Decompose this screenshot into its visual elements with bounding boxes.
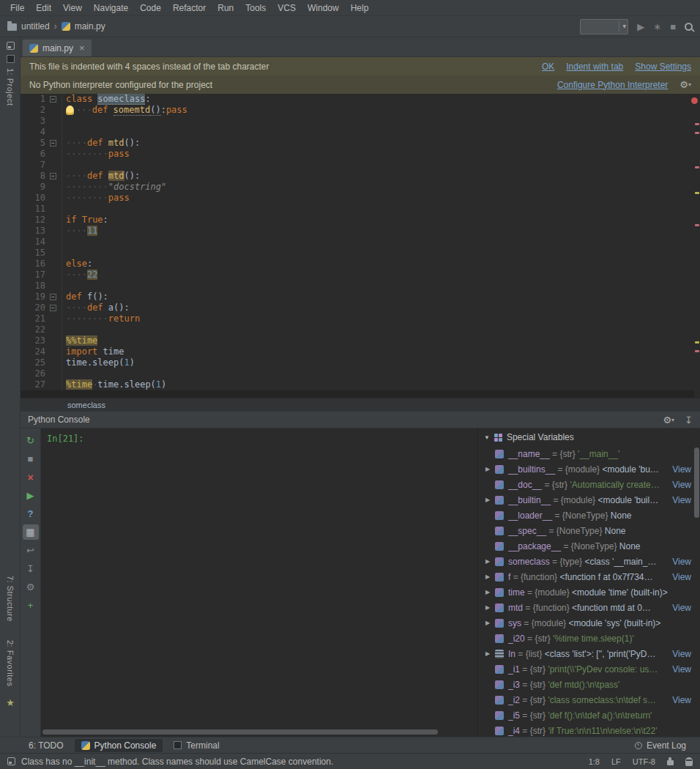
fold-marker-icon[interactable]: − — [50, 305, 56, 311]
menu-file[interactable]: File — [4, 1, 30, 15]
line-ending[interactable]: LF — [611, 757, 621, 766]
help-icon[interactable]: ? — [23, 506, 39, 521]
rerun-icon[interactable]: ↻ — [23, 433, 39, 448]
search-icon[interactable] — [685, 23, 693, 31]
code-line-27[interactable]: 27%time·time.sleep(1) — [21, 379, 700, 390]
variable-row-__package__[interactable]: __package__ = {NoneType} None — [478, 538, 700, 554]
variable-row-_i4[interactable]: _i4 = {str} 'if True:\n\n11\n\nelse:\n\t… — [478, 723, 700, 737]
tab-main-py[interactable]: main.py × — [23, 40, 92, 56]
error-stripe-mark[interactable] — [695, 350, 699, 352]
menu-run[interactable]: Run — [212, 1, 239, 15]
expand-icon[interactable]: ▶ — [485, 573, 495, 580]
sidebar-item-favorites[interactable]: 2: Favorites ★ — [0, 640, 21, 708]
variable-row-sys[interactable]: ▶sys = {module} <module 'sys' (built-in)… — [478, 615, 700, 631]
console-output[interactable]: In[21]: — [41, 428, 477, 737]
menu-help[interactable]: Help — [345, 1, 375, 15]
stop-icon[interactable]: ■ — [23, 451, 39, 467]
configure-interpreter-link[interactable]: Configure Python Interpreter — [557, 80, 668, 90]
python-console-button[interactable]: Python Console — [75, 739, 163, 752]
code-line-18[interactable]: 18 — [21, 281, 700, 291]
variable-row-In[interactable]: ▶In = {list} <class 'list'>: ['', 'print… — [478, 646, 700, 661]
fold-marker-icon[interactable]: − — [50, 173, 56, 179]
variable-row-time[interactable]: ▶time = {module} <module 'time' (built-i… — [478, 584, 700, 600]
code-line-15[interactable]: 15 — [21, 248, 700, 259]
todo-button[interactable]: 6: TODO — [22, 739, 70, 752]
code-line-12[interactable]: 12if True: — [21, 215, 700, 226]
scroll-to-end-icon[interactable]: ↧ — [23, 561, 39, 576]
breadcrumb-file[interactable]: main.py — [75, 21, 105, 31]
code-line-9[interactable]: 9········"docstring" — [21, 182, 700, 193]
coverage-button[interactable]: ∗ — [653, 21, 661, 32]
editor-hscrollbar[interactable] — [21, 390, 694, 398]
view-link[interactable]: View — [668, 664, 700, 675]
breadcrumb-someclass[interactable]: someclass — [67, 401, 105, 409]
variable-row-_i5[interactable]: _i5 = {str} 'def f():\n\tdef a():\n\tret… — [478, 707, 700, 723]
variable-row-mtd[interactable]: ▶mtd = {function} <function mtd at 0…Vie… — [478, 600, 700, 615]
caret-position[interactable]: 1:8 — [589, 757, 600, 766]
view-link[interactable]: View — [668, 557, 700, 567]
breadcrumb-project[interactable]: untitled — [21, 21, 50, 31]
indent-with-tab-link[interactable]: Indent with tab — [566, 62, 623, 72]
view-link[interactable]: View — [668, 603, 700, 613]
code-editor[interactable]: 1−class someclass:2···def somemtd():pass… — [21, 94, 700, 398]
variable-row-__loader__[interactable]: __loader__ = {NoneType} None — [478, 508, 700, 523]
gear-icon[interactable]: ⚙▾ — [679, 79, 691, 90]
intention-bulb-icon[interactable] — [66, 105, 74, 115]
code-line-8[interactable]: 8−····def mtd(): — [21, 171, 700, 182]
settings-icon[interactable]: ⚙ — [23, 579, 39, 595]
code-line-7[interactable]: 7 — [21, 160, 700, 171]
code-line-16[interactable]: 16else: — [21, 259, 700, 270]
soft-wrap-icon[interactable]: ↩ — [23, 543, 39, 558]
fold-marker-icon[interactable]: − — [50, 140, 56, 146]
variable-row-_i3[interactable]: _i3 = {str} 'def mtd():\n\tpass' — [478, 677, 700, 692]
variable-row-__spec__[interactable]: __spec__ = {NoneType} None — [478, 523, 700, 538]
fold-marker-icon[interactable]: − — [50, 96, 56, 103]
sidebar-item-structure[interactable]: 7: Structure — [0, 576, 21, 622]
code-line-20[interactable]: 20−····def a(): — [21, 302, 700, 313]
code-line-21[interactable]: 21········return — [21, 313, 700, 324]
hide-icon[interactable]: ↧ — [685, 415, 693, 426]
error-stripe-mark[interactable] — [695, 166, 699, 168]
execute-icon[interactable]: ▶ — [23, 488, 39, 503]
collapse-icon[interactable]: ▼ — [484, 434, 490, 441]
code-line-26[interactable]: 26 — [21, 368, 700, 379]
hector-icon[interactable] — [685, 757, 693, 766]
fold-marker-icon[interactable]: − — [50, 294, 56, 300]
menu-edit[interactable]: Edit — [30, 1, 57, 15]
terminal-button[interactable]: Terminal — [167, 739, 226, 752]
code-line-11[interactable]: 11 — [21, 204, 700, 215]
variable-row-_i20[interactable]: _i20 = {str} '%time time.sleep(1)' — [478, 631, 700, 646]
code-line-4[interactable]: 4 — [21, 127, 700, 138]
menu-navigate[interactable]: Navigate — [88, 1, 134, 15]
code-line-5[interactable]: 5−····def mtd(): — [21, 138, 700, 149]
show-variables-icon[interactable]: ▦ — [23, 524, 39, 540]
variable-row-someclass[interactable]: ▶someclass = {type} <class '__main_…View — [478, 554, 700, 569]
stop-button[interactable]: ■ — [670, 21, 676, 32]
code-line-19[interactable]: 19−def f(): — [21, 291, 700, 302]
expand-icon[interactable]: ▶ — [485, 620, 495, 626]
menu-vcs[interactable]: VCS — [272, 1, 302, 15]
menu-window[interactable]: Window — [302, 1, 345, 15]
code-line-25[interactable]: 25time.sleep(1) — [21, 357, 700, 368]
close-icon[interactable]: × — [23, 469, 39, 485]
show-settings-link[interactable]: Show Settings — [635, 62, 691, 72]
menu-refactor[interactable]: Refactor — [167, 1, 212, 15]
code-line-10[interactable]: 10········pass — [21, 193, 700, 204]
expand-icon[interactable]: ▶ — [485, 604, 495, 611]
code-line-3[interactable]: 3 — [21, 116, 700, 127]
code-line-23[interactable]: 23%%time — [21, 335, 700, 346]
code-line-22[interactable]: 22 — [21, 324, 700, 335]
view-link[interactable]: View — [668, 695, 700, 705]
code-line-6[interactable]: 6········pass — [21, 149, 700, 160]
variables-scrollbar[interactable] — [694, 447, 699, 518]
close-icon[interactable]: × — [79, 42, 85, 53]
toolwindow-switcher-icon[interactable] — [7, 757, 15, 765]
expand-icon[interactable]: ▶ — [485, 558, 495, 565]
variable-row-__builtin__[interactable]: ▶__builtin__ = {module} <module 'buil…Vi… — [478, 492, 700, 508]
expand-icon[interactable]: ▶ — [485, 589, 495, 595]
error-stripe-mark[interactable] — [695, 132, 699, 134]
menu-view[interactable]: View — [57, 1, 88, 15]
console-settings-icon[interactable]: ⚙▾ — [663, 415, 674, 426]
expand-icon[interactable]: ▶ — [485, 497, 495, 503]
add-icon[interactable]: + — [23, 598, 39, 613]
